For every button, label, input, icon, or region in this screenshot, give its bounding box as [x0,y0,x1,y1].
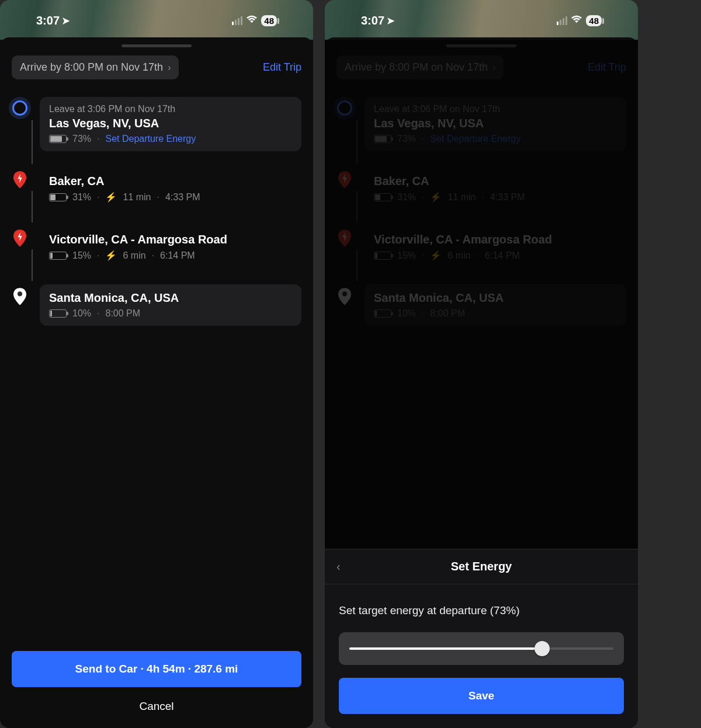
eta-value: 6:14 PM [160,250,195,261]
battery-icon [374,193,391,201]
phone-set-energy: 3:07 ➤ 48 Arrive by 8:00 PM on Nov 17th … [325,0,638,728]
eta-value: 4:33 PM [490,192,525,203]
battery-icon [49,252,67,260]
arrive-by-label: Arrive by 8:00 PM on Nov 17th [20,61,163,74]
stops-list: Leave at 3:06 PM on Nov 17th Las Vegas, … [0,79,313,342]
origin-marker-icon [337,100,352,116]
destination-pin-icon [13,288,26,305]
bolt-icon: ⚡ [430,191,442,203]
stop-place: Las Vegas, NV, USA [49,117,292,130]
chevron-right-icon: › [492,62,495,73]
phone-trip-plan: 3:07 ➤ 48 Arrive by 8:00 PM on Nov 17th … [0,0,313,728]
trip-sheet: Arrive by 8:00 PM on Nov 17th › Edit Tri… [0,37,313,728]
soc-value: 15% [397,250,416,261]
sheet-title: Set Energy [336,560,626,573]
leave-time: Leave at 3:06 PM on Nov 17th [49,104,292,114]
clock: 3:07 [361,14,384,27]
edit-trip-button[interactable]: Edit Trip [588,61,626,74]
bolt-icon: ⚡ [105,191,117,203]
charge-duration: 6 min [123,250,145,261]
wifi-icon [571,15,582,27]
cellular-icon [232,16,242,25]
stop-place: Santa Monica, CA, USA [49,291,292,305]
battery-icon [49,309,67,318]
set-departure-energy-link: Set Departure Energy [430,134,520,144]
set-energy-sheet: ‹ Set Energy Set target energy at depart… [325,549,638,728]
stop-place: Victorville, CA - Amargosa Road [49,233,292,246]
battery-icon [49,193,67,201]
eta-value: 4:33 PM [165,192,200,203]
stop-place: Baker, CA [49,175,292,188]
supercharger-pin-icon [338,171,351,189]
charge-duration: 11 min [123,192,151,203]
arrive-by-label: Arrive by 8:00 PM on Nov 17th [345,61,488,74]
charge-duration: 6 min [447,250,470,261]
stop-place: Santa Monica, CA, USA [374,291,617,305]
supercharger-pin-icon [13,171,26,189]
soc-value: 31% [72,192,91,203]
send-to-car-button[interactable]: Send to Car · 4h 54m · 287.6 mi [12,651,301,687]
clock: 3:07 [36,14,60,27]
stop-charger-1: Baker, CA 31%· ⚡11 min ·4:33 PM [336,168,626,226]
stop-destination: Santa Monica, CA, USA 10%· 8:00 PM [336,284,626,342]
battery-icon [49,135,67,143]
soc-value: 10% [72,308,91,319]
stop-place: Baker, CA [374,175,617,188]
stop-place: Las Vegas, NV, USA [374,117,617,130]
wifi-icon [246,15,258,27]
stop-destination[interactable]: Santa Monica, CA, USA 10% · 8:00 PM [12,284,301,342]
status-bar: 3:07 ➤ 48 [325,14,638,27]
leave-time: Leave at 3:06 PM on Nov 17th [374,104,617,114]
stop-charger-1[interactable]: Baker, CA 31% · ⚡ 11 min · 4:33 PM [12,168,301,226]
origin-marker-icon [12,100,27,116]
location-icon: ➤ [62,15,70,26]
soc-value: 73% [397,134,416,144]
back-button[interactable]: ‹ [336,560,341,573]
map-peek: 3:07 ➤ 48 [0,0,313,40]
eta-value: 8:00 PM [430,308,465,319]
energy-slider[interactable] [339,632,624,665]
sheet-grabber[interactable] [122,44,192,47]
soc-value: 15% [72,250,91,261]
location-icon: ➤ [387,15,394,26]
svg-point-0 [18,291,22,296]
cellular-icon [557,16,567,25]
battery-icon [374,252,391,260]
stop-charger-2: Victorville, CA - Amargosa Road 15%· ⚡6 … [336,226,626,284]
bolt-icon: ⚡ [430,250,442,261]
stop-charger-2[interactable]: Victorville, CA - Amargosa Road 15% · ⚡ … [12,226,301,284]
map-peek: 3:07 ➤ 48 [325,0,638,40]
slider-fill [349,647,542,650]
destination-pin-icon [338,288,351,305]
eta-value: 6:14 PM [485,250,520,261]
arrive-by-button[interactable]: Arrive by 8:00 PM on Nov 17th › [336,55,504,79]
slider-thumb[interactable] [535,641,550,656]
bolt-icon: ⚡ [105,250,117,261]
chevron-right-icon: › [168,62,171,73]
cancel-button[interactable]: Cancel [12,687,301,716]
eta-value: 8:00 PM [105,308,140,319]
supercharger-pin-icon [13,229,26,247]
battery-icon [374,135,391,143]
stop-place: Victorville, CA - Amargosa Road [374,233,617,246]
set-departure-energy-link[interactable]: Set Departure Energy [105,134,196,144]
battery-icon: 48 [586,15,602,26]
status-bar: 3:07 ➤ 48 [0,14,313,27]
sheet-grabber[interactable] [446,44,516,47]
soc-value: 10% [397,308,416,319]
soc-value: 73% [72,134,91,144]
stops-list: Leave at 3:06 PM on Nov 17th Las Vegas, … [325,79,638,342]
arrive-by-button[interactable]: Arrive by 8:00 PM on Nov 17th › [12,55,179,79]
battery-icon: 48 [261,15,277,26]
save-button[interactable]: Save [339,678,624,714]
svg-point-1 [342,291,347,296]
soc-value: 31% [397,192,416,203]
stop-origin[interactable]: Leave at 3:06 PM on Nov 17th Las Vegas, … [12,97,301,168]
battery-icon [374,309,391,318]
charge-duration: 11 min [447,192,476,203]
edit-trip-button[interactable]: Edit Trip [263,61,301,74]
energy-slider-label: Set target energy at departure (73%) [339,604,624,617]
stop-origin: Leave at 3:06 PM on Nov 17th Las Vegas, … [336,97,626,168]
supercharger-pin-icon [338,229,351,247]
